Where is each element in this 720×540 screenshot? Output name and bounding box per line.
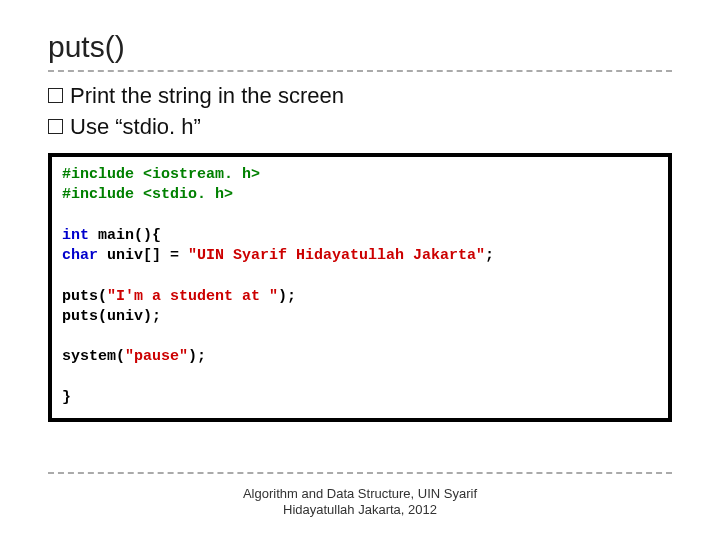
code-line: } <box>62 388 658 408</box>
bullet-item: Print the string in the screen <box>48 82 672 111</box>
code-text: ); <box>278 288 296 305</box>
footer: Algorithm and Data Structure, UIN Syarif… <box>0 486 720 519</box>
square-bullet-icon <box>48 88 63 103</box>
code-text: main(){ <box>89 227 161 244</box>
code-line: puts(univ); <box>62 307 658 327</box>
bullet-text: Use “stdio. h” <box>70 113 201 142</box>
code-keyword: char <box>62 247 98 264</box>
code-text: univ[] = <box>98 247 188 264</box>
code-text: puts( <box>62 288 107 305</box>
slide: puts() Print the string in the screen Us… <box>0 0 720 540</box>
title-divider <box>48 70 672 72</box>
code-line: system("pause"); <box>62 347 658 367</box>
square-bullet-icon <box>48 119 63 134</box>
code-blank-line <box>62 206 658 226</box>
code-text: ; <box>485 247 494 264</box>
bullet-list: Print the string in the screen Use “stdi… <box>48 82 672 141</box>
code-block: #include <iostream. h> #include <stdio. … <box>48 153 672 422</box>
code-line: int main(){ <box>62 226 658 246</box>
code-preproc: #include <box>62 186 143 203</box>
code-keyword: int <box>62 227 89 244</box>
code-text: puts(univ); <box>62 308 161 325</box>
code-text: ); <box>188 348 206 365</box>
bullet-item: Use “stdio. h” <box>48 113 672 142</box>
code-line: #include <iostream. h> <box>62 165 658 185</box>
slide-title: puts() <box>48 30 672 64</box>
code-line: #include <stdio. h> <box>62 185 658 205</box>
code-text: } <box>62 389 71 406</box>
footer-divider <box>48 472 672 474</box>
code-text: system( <box>62 348 125 365</box>
code-blank-line <box>62 327 658 347</box>
code-line: puts("I'm a student at "); <box>62 287 658 307</box>
code-header: <iostream. h> <box>143 166 260 183</box>
code-header: <stdio. h> <box>143 186 233 203</box>
code-line: char univ[] = "UIN Syarif Hidayatullah J… <box>62 246 658 266</box>
code-string: "I'm a student at " <box>107 288 278 305</box>
code-string: "UIN Syarif Hidayatullah Jakarta" <box>188 247 485 264</box>
code-blank-line <box>62 368 658 388</box>
code-string: "pause" <box>125 348 188 365</box>
bullet-text: Print the string in the screen <box>70 82 344 111</box>
footer-line: Algorithm and Data Structure, UIN Syarif <box>0 486 720 502</box>
footer-line: Hidayatullah Jakarta, 2012 <box>0 502 720 518</box>
code-preproc: #include <box>62 166 143 183</box>
code-blank-line <box>62 266 658 286</box>
